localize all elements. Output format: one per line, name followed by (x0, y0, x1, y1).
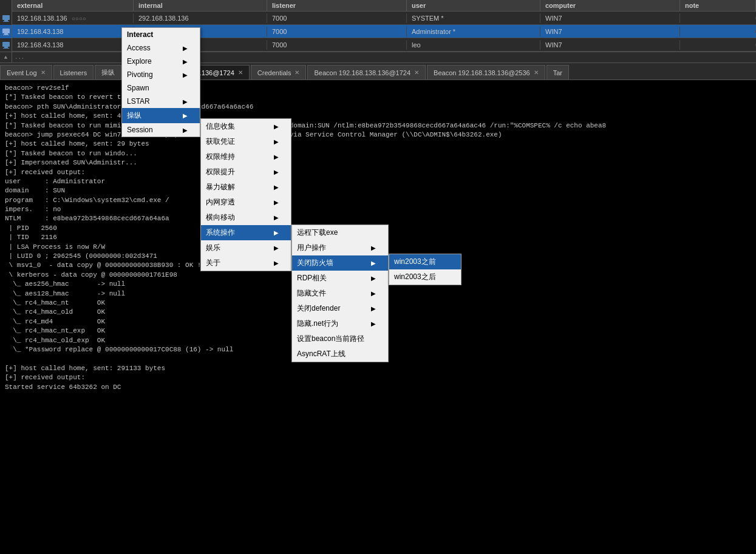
submenu-arrow-lstar: ▶ (183, 98, 188, 105)
menu-label-interact: Interact (127, 30, 153, 39)
tab-label-tar: Tar (553, 69, 562, 76)
tab-label-manipulate: 操纵 (101, 68, 115, 77)
context-menu-level1[interactable]: Interact Access ▶ Explore ▶ Pivoting ▶ S… (121, 27, 200, 137)
menu-label-remote-download: 远程下载exe (297, 228, 338, 238)
separator-label: ... (15, 55, 24, 61)
menu-item-lateral[interactable]: 横向移动 ▶ (201, 210, 291, 225)
menu-label-set-beacon-path: 设置beacon当前路径 (297, 334, 364, 344)
menu-item-entertainment[interactable]: 娱乐 ▶ (201, 240, 291, 255)
menu-label-hide-net: 隐藏.net行为 (297, 319, 338, 329)
menu-item-hide-net[interactable]: 隐藏.net行为 ▶ (292, 316, 388, 331)
tab-close-processes[interactable]: ✕ (238, 69, 243, 76)
menu-label-infocollect: 信息收集 (206, 121, 235, 132)
menu-item-user-ops[interactable]: 用户操作 ▶ (292, 240, 388, 255)
gutter-header (0, 0, 12, 12)
computer-icon (2, 41, 10, 49)
menu-item-hide-files[interactable]: 隐藏文件 ▶ (292, 286, 388, 301)
submenu-arrow-close-fw: ▶ (371, 260, 376, 266)
tab-beacon-1724[interactable]: Beacon 192.168.138.136@1724 ✕ (307, 65, 426, 79)
table-row[interactable]: 192.168.43.138 292.168.138.136 7000 Admi… (0, 25, 756, 38)
cell-note-1 (680, 17, 756, 19)
menu-item-session[interactable]: Session ▶ (122, 123, 200, 137)
submenu-arrow-privesc: ▶ (274, 169, 279, 175)
expand-gutter: ▲ (0, 52, 12, 62)
context-menu-sysop-sub[interactable]: 远程下载exe 用户操作 ▶ 关闭防火墙 ▶ RDP相关 ▶ 隐藏文件 ▶ 关闭… (291, 225, 389, 362)
menu-item-access[interactable]: Access ▶ (122, 41, 200, 55)
context-menu-fw-sub[interactable]: win2003之前 win2003之后 (389, 254, 461, 285)
collapse-arrow[interactable]: ▲ (4, 55, 7, 61)
submenu-arrow-rdp: ▶ (371, 275, 376, 282)
menu-label-close-fw: 关闭防火墙 (297, 258, 333, 268)
menu-item-explore[interactable]: Explore ▶ (122, 55, 200, 68)
tab-label-listeners: Listeners (60, 69, 87, 76)
menu-item-privmaint[interactable]: 权限维持 ▶ (201, 149, 291, 164)
menu-item-privesc[interactable]: 权限提升 ▶ (201, 164, 291, 180)
menu-item-lstar[interactable]: LSTAR ▶ (122, 95, 200, 108)
menu-item-pivoting[interactable]: Pivoting ▶ (122, 68, 200, 81)
tab-close-beacon-1724[interactable]: ✕ (414, 69, 419, 76)
terminal-line: [+] host called home, sent: 43 bytes (5, 112, 751, 121)
svg-rect-4 (4, 33, 8, 35)
menu-label-session: Session (127, 126, 153, 134)
menu-item-asyncrat[interactable]: AsyncRAT上线 (292, 346, 388, 362)
menu-item-pre-win2003[interactable]: win2003之前 (389, 254, 461, 269)
menu-item-set-beacon-path[interactable]: 设置beacon当前路径 (292, 331, 388, 346)
tab-manipulate[interactable]: 操纵 (95, 65, 121, 79)
row-gutter-1 (0, 12, 12, 25)
row-gutter-3 (0, 38, 12, 52)
tab-event-log[interactable]: Event Log ✕ (0, 65, 52, 79)
table-row[interactable]: 192.168.138.136 ○○○○ 292.168.138.136 700… (0, 12, 756, 25)
menu-label-rdp: RDP相关 (297, 273, 327, 283)
row-gutter-2 (0, 25, 12, 38)
submenu-arrow-access: ▶ (183, 45, 188, 52)
svg-rect-0 (2, 15, 10, 20)
menu-item-post-win2003[interactable]: win2003之后 (389, 269, 461, 285)
computer-icon (2, 28, 10, 35)
submenu-arrow-hide-net: ▶ (371, 320, 376, 327)
header-external: external (12, 0, 134, 11)
session-table: external internal listener user computer… (0, 0, 756, 63)
tab-close-event-log[interactable]: ✕ (41, 69, 46, 76)
menu-item-rdp[interactable]: RDP相关 ▶ (292, 271, 388, 286)
table-row[interactable]: 192.168.43.138 292.168.138.136 7000 leo … (0, 38, 756, 52)
menu-item-getcreds[interactable]: 获取凭证 ▶ (201, 134, 291, 149)
menu-label-explore: Explore (127, 57, 152, 66)
menu-item-intranet[interactable]: 内网穿透 ▶ (201, 195, 291, 210)
menu-label-privesc: 权限提升 (206, 167, 235, 177)
terminal-line: [*] Tasked beacon to run windo... (5, 149, 751, 158)
tab-credentials[interactable]: Credentials ✕ (251, 65, 307, 79)
terminal-line: user : Administrator (5, 177, 751, 186)
cell-user-2: Administrator * (407, 27, 540, 36)
context-menu-level2[interactable]: 信息收集 ▶ 获取凭证 ▶ 权限维持 ▶ 权限提升 ▶ 暴力破解 ▶ 内网穿透 … (200, 118, 291, 271)
terminal-line: domain : SUN (5, 186, 751, 195)
cell-user-1: SYSTEM * (407, 13, 540, 23)
terminal-line: Started service 64b3262 on DC (5, 383, 751, 392)
menu-label-sysop: 系统操作 (206, 228, 235, 238)
tab-close-credentials[interactable]: ✕ (295, 69, 299, 76)
menu-label-lateral: 横向移动 (206, 212, 235, 223)
menu-label-asyncrat: AsyncRAT上线 (297, 349, 346, 359)
submenu-arrow-pivoting: ▶ (183, 72, 188, 78)
terminal-line: [+] received output: (5, 373, 751, 382)
menu-item-interact[interactable]: Interact (122, 28, 200, 41)
tab-label-beacon-1724: Beacon 192.168.138.136@1724 (314, 69, 410, 76)
menu-item-spawn[interactable]: Spawn (122, 81, 200, 95)
menu-item-sysop[interactable]: 系统操作 ▶ (201, 225, 291, 240)
tab-beacon-2536[interactable]: Beacon 192.168.138.136@2536 ✕ (427, 65, 545, 79)
menu-label-hide-files: 隐藏文件 (297, 288, 326, 299)
menu-item-close-defender[interactable]: 关闭defender ▶ (292, 301, 388, 316)
menu-item-infocollect[interactable]: 信息收集 ▶ (201, 119, 291, 134)
cell-external-1: 192.168.138.136 ○○○○ (12, 13, 134, 23)
tab-close-beacon-2536[interactable]: ✕ (534, 69, 539, 76)
menu-item-remote-download[interactable]: 远程下载exe (292, 225, 388, 240)
tab-listeners[interactable]: Listeners (53, 65, 94, 79)
table-header-row: external internal listener user computer… (12, 0, 756, 12)
menu-item-manipulate[interactable]: 操纵 ▶ (122, 108, 200, 123)
tab-tar[interactable]: Tar (547, 65, 569, 79)
menu-item-close-fw[interactable]: 关闭防火墙 ▶ (292, 255, 388, 271)
menu-item-about[interactable]: 关于 ▶ (201, 255, 291, 271)
submenu-arrow-bruteforce: ▶ (274, 184, 279, 191)
header-listener: listener (267, 0, 407, 11)
menu-item-bruteforce[interactable]: 暴力破解 ▶ (201, 180, 291, 195)
terminal-line: [+] host called home, sent: 291133 bytes (5, 364, 751, 373)
